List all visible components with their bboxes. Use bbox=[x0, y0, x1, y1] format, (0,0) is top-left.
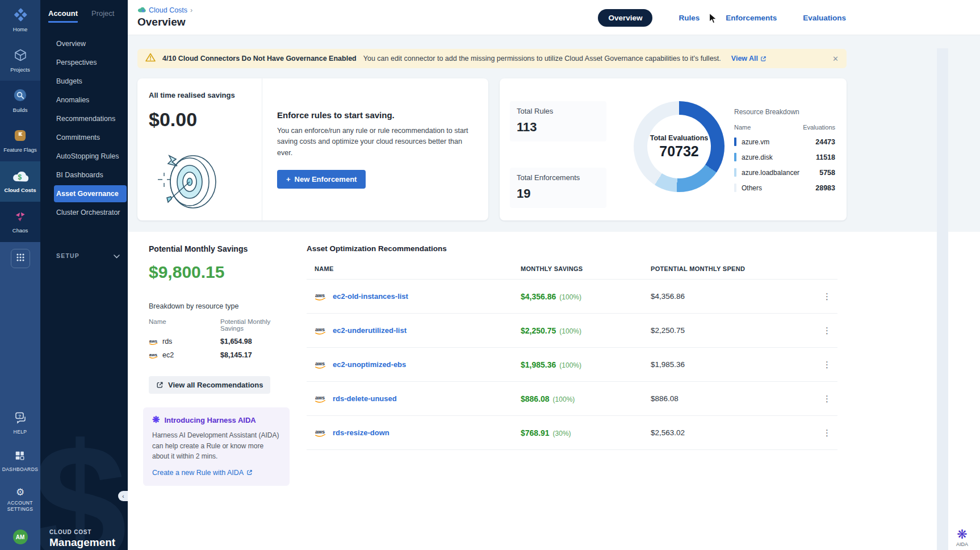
banner-title: 4/10 Cloud Connectors Do Not Have Govern… bbox=[162, 55, 357, 63]
rail-item-projects[interactable]: Projects bbox=[0, 40, 40, 81]
row-menu-icon[interactable]: ⋮ bbox=[817, 394, 837, 404]
banner-message: You can edit connector to add the missin… bbox=[363, 55, 721, 63]
sidebar-item-asset-governance[interactable]: Asset Governance bbox=[54, 185, 127, 202]
create-rule-with-aida-link[interactable]: Create a new Rule with AIDA bbox=[152, 469, 280, 477]
total-rules-value: 113 bbox=[517, 120, 600, 135]
gear-icon: ⚙ bbox=[16, 488, 24, 497]
tab-overview[interactable]: Overview bbox=[598, 9, 652, 27]
scrollbar-track[interactable] bbox=[937, 48, 948, 550]
top-nav-tabs: Overview Rules Enforcements Evaluations bbox=[598, 0, 846, 35]
page-header: Cloud Costs › Overview Overview Rules En… bbox=[128, 0, 980, 35]
page-title: Overview bbox=[137, 16, 192, 28]
rule-link[interactable]: ec2-underutilized-list bbox=[333, 326, 407, 335]
tab-evaluations[interactable]: Evaluations bbox=[803, 14, 846, 22]
svg-text:aws: aws bbox=[149, 338, 157, 343]
tab-enforcements[interactable]: Enforcements bbox=[726, 14, 777, 22]
breakdown-row-ec2: aws ec2 $8,145.17 bbox=[149, 351, 290, 359]
external-link-icon bbox=[760, 56, 767, 62]
total-evaluations-value: 70732 bbox=[659, 143, 699, 160]
svg-text:aws: aws bbox=[315, 327, 325, 332]
rail-item-home[interactable]: Home bbox=[0, 0, 40, 40]
rule-link[interactable]: rds-delete-unused bbox=[333, 394, 397, 403]
table-header: NAME MONTHLY SAVINGS POTENTIAL MONTHLY S… bbox=[307, 265, 837, 272]
target-illustration bbox=[152, 147, 223, 213]
builds-icon bbox=[13, 88, 27, 105]
aws-icon: aws bbox=[149, 338, 159, 345]
row-menu-icon[interactable]: ⋮ bbox=[817, 360, 837, 370]
warning-triangle-icon bbox=[145, 53, 156, 64]
aws-icon: aws bbox=[149, 352, 159, 359]
scope-tabs: Account Project bbox=[40, 0, 128, 23]
rail-bottom: ? HELP DASHBOARDS ⚙ ACCOUNT SETTINGS bbox=[0, 242, 40, 550]
rail-item-builds[interactable]: Builds bbox=[0, 81, 40, 121]
legend-row: Others 28983 bbox=[734, 184, 835, 192]
sidebar-item-budgets[interactable]: Budgets bbox=[54, 73, 128, 90]
user-avatar[interactable]: AM bbox=[13, 530, 28, 544]
rail-item-account-settings[interactable]: ⚙ ACCOUNT SETTINGS bbox=[4, 488, 37, 512]
sidebar-item-commitments[interactable]: Commitments bbox=[54, 129, 128, 146]
chevron-right-icon: › bbox=[190, 6, 192, 14]
aida-title: Introducing Harness AIDA bbox=[164, 416, 256, 424]
tab-account[interactable]: Account bbox=[48, 9, 78, 23]
svg-text:aws: aws bbox=[149, 352, 157, 357]
sidebar-item-perspectives[interactable]: Perspectives bbox=[54, 54, 128, 71]
sidebar-item-anomalies[interactable]: Anomalies bbox=[54, 91, 128, 109]
governance-stats-card: Total Rules 113 Total Enforcements 19 bbox=[500, 78, 847, 220]
potential-savings-amount: $9,800.15 bbox=[149, 262, 290, 282]
setup-section-toggle[interactable]: SETUP bbox=[56, 251, 120, 261]
rule-link[interactable]: ec2-old-instances-list bbox=[333, 292, 408, 301]
rule-link[interactable]: rds-resize-down bbox=[333, 428, 390, 437]
swatch-azure-vm bbox=[734, 138, 736, 146]
rail-item-chaos[interactable]: Chaos bbox=[0, 202, 40, 242]
aws-icon: aws bbox=[315, 326, 327, 335]
app-root: Home Projects Builds Feature Flags bbox=[0, 0, 980, 550]
rail-item-feature-flags[interactable]: Feature Flags bbox=[0, 121, 40, 161]
sidebar-item-bi-dashboards[interactable]: BI Dashboards bbox=[54, 166, 128, 184]
table-row: aws rds-delete-unused $886.08(100%) $886… bbox=[307, 382, 837, 416]
tab-project[interactable]: Project bbox=[91, 9, 114, 23]
rule-link[interactable]: ec2-unoptimized-ebs bbox=[333, 360, 406, 369]
rail-item-dashboards[interactable]: DASHBOARDS bbox=[2, 450, 39, 473]
aida-flower-icon: ❋ bbox=[152, 415, 160, 424]
chevron-down-icon bbox=[114, 251, 120, 261]
row-menu-icon[interactable]: ⋮ bbox=[817, 428, 837, 438]
cta-body: You can enforce/run any rule or rule rec… bbox=[277, 126, 474, 159]
breakdown-table: Name Potential Monthly Savings aws rds $… bbox=[149, 318, 290, 359]
row-menu-icon[interactable]: ⋮ bbox=[817, 326, 837, 336]
module-grid-button[interactable] bbox=[11, 249, 30, 268]
sidebar-item-autostopping-rules[interactable]: AutoStopping Rules bbox=[54, 148, 128, 165]
breadcrumb[interactable]: Cloud Costs › bbox=[137, 6, 192, 14]
breakdown-row-rds: aws rds $1,654.98 bbox=[149, 338, 290, 345]
svg-text:aws: aws bbox=[315, 361, 325, 366]
sidebar-item-cluster-orchestrator[interactable]: Cluster Orchestrator bbox=[54, 204, 128, 221]
aida-fab[interactable]: ❋ AIDA bbox=[956, 528, 968, 547]
close-icon[interactable]: ✕ bbox=[832, 55, 839, 63]
banner-view-all-link[interactable]: View All bbox=[731, 55, 767, 63]
aida-flower-icon: ❋ bbox=[957, 528, 967, 541]
cloud-costs-icon: $ bbox=[12, 170, 29, 185]
cta-title: Enforce rules to start saving. bbox=[277, 110, 474, 120]
home-icon bbox=[14, 8, 27, 24]
cloud-icon bbox=[137, 6, 146, 14]
svg-text:aws: aws bbox=[315, 429, 325, 435]
sidebar-item-overview[interactable]: Overview bbox=[54, 35, 128, 52]
resource-breakdown-legend: Resource Breakdown Name Evaluations azur… bbox=[734, 78, 835, 220]
tab-rules[interactable]: Rules bbox=[679, 14, 700, 22]
rail-item-cloud-costs[interactable]: $ Cloud Costs bbox=[0, 161, 40, 202]
savings-amount: $0.00 bbox=[149, 109, 262, 131]
rail-item-help[interactable]: ? HELP bbox=[14, 411, 27, 435]
table-row: aws ec2-old-instances-list $4,356.86(100… bbox=[307, 280, 837, 314]
view-all-recommendations-button[interactable]: View all Recommendations bbox=[149, 376, 270, 394]
legend-row: azure.disk 11518 bbox=[734, 153, 835, 161]
svg-text:?: ? bbox=[18, 413, 21, 418]
new-enforcement-button[interactable]: + New Enforcement bbox=[277, 170, 366, 189]
svg-text:aws: aws bbox=[315, 395, 325, 401]
table-row: aws rds-resize-down $768.91(30%) $2,563.… bbox=[307, 416, 837, 450]
main-area: Cloud Costs › Overview Overview Rules En… bbox=[128, 0, 980, 550]
row-menu-icon[interactable]: ⋮ bbox=[817, 291, 837, 302]
grid-icon bbox=[16, 253, 25, 264]
breakdown-subtitle: Breakdown by resource type bbox=[149, 302, 290, 310]
sidebar-item-recommendations[interactable]: Recommendations bbox=[54, 110, 128, 127]
help-chat-icon: ? bbox=[14, 411, 27, 426]
sidebar-collapse-handle[interactable]: ‹ bbox=[118, 491, 128, 501]
